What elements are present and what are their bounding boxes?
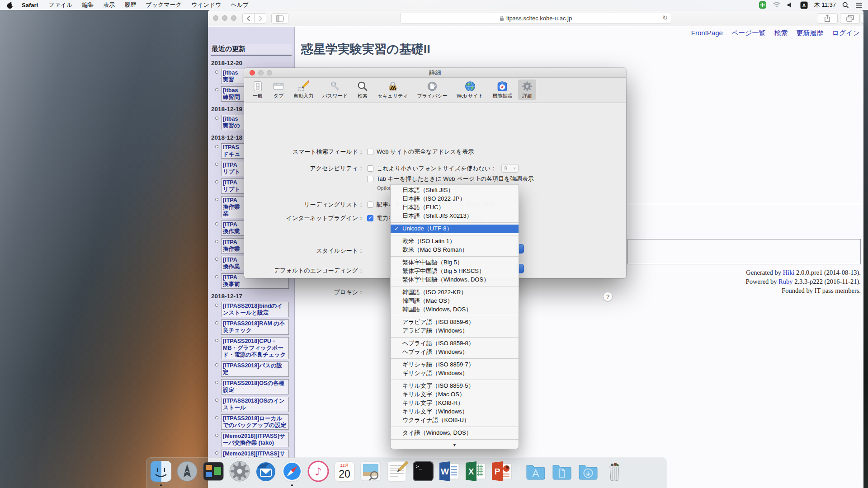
menu-edit[interactable]: 編集 [82,1,94,9]
menu-window[interactable]: ウインドウ [191,1,222,9]
dock-system-preferences-icon[interactable] [228,460,251,483]
preferences-titlebar[interactable]: 詳細 [244,68,626,78]
dock-trash-icon[interactable] [603,460,626,483]
dock-documents-folder-icon[interactable] [551,460,573,483]
encoding-menu-item[interactable]: タイ語（Windows, DOS） [391,429,519,437]
dock-finder-icon[interactable] [150,460,172,483]
spotlight-search-icon[interactable] [842,2,849,9]
minimize-window-button[interactable] [222,15,227,21]
encoding-menu-item[interactable]: キリル文字（Mac OS） [391,390,519,399]
encoding-menu-item[interactable]: キリル文字（Windows） [391,408,519,416]
encoding-menu-item[interactable]: 日本語（Shift JIS） [391,186,519,195]
dock-thunderbird-icon[interactable] [255,460,277,483]
address-bar[interactable]: itpass.scitec.kobe-u.ac.jp ↻ [400,13,671,23]
forward-button[interactable] [254,13,266,23]
wifi-icon[interactable] [773,2,781,8]
zoom-window-button[interactable] [231,15,236,21]
apple-menu-icon[interactable] [6,1,14,9]
plugins-checkbox[interactable] [367,215,373,221]
status-green-app-icon[interactable] [759,1,766,9]
dock-powerpoint-icon[interactable]: P [491,460,513,483]
dock-safari-icon[interactable] [281,460,303,483]
dock-itunes-icon[interactable]: ♪ [307,460,330,483]
encoding-menu-item[interactable]: ウクライナ語（KOI8-U） [391,416,519,425]
encoding-menu-item[interactable]: 日本語（EUC） [391,203,519,212]
close-window-button[interactable] [213,15,218,21]
menu-bar-clock[interactable]: 木 11:37 [814,1,836,9]
input-source-icon[interactable]: A [800,1,808,9]
help-button[interactable]: ? [603,292,613,301]
encoding-menu-item[interactable]: 日本語（ISO 2022-JP） [391,195,519,203]
tab-tabs[interactable]: ×+ タブ [269,80,288,100]
share-button[interactable] [817,13,838,23]
dock-excel-icon[interactable]: X [464,460,487,483]
tab-security[interactable]: セキュリティ [374,80,411,100]
min-font-size-checkbox[interactable] [367,165,373,172]
sidebar-toggle-button[interactable] [271,13,288,23]
new-tab-button[interactable] [861,13,863,23]
dock-textedit-icon[interactable] [386,460,408,483]
encoding-menu-item[interactable]: 韓国語（ISO 2022-KR） [391,288,519,297]
menu-scroll-down-indicator[interactable]: ▼ [391,441,519,448]
volume-icon[interactable] [787,2,794,8]
sidebar-link[interactable]: [ITPASS2018]RAM の不良チェック [221,319,289,335]
tab-overview-button[interactable] [840,13,860,23]
link-page-list[interactable]: ページ一覧 [731,29,766,38]
link-hiki[interactable]: Hiki [783,269,795,276]
link-frontpage[interactable]: FrontPage [691,29,723,38]
link-ruby[interactable]: Ruby [778,278,793,285]
sidebar-link[interactable]: [ITPASS2018]ローカルでのバックアップの設定 [221,414,289,430]
dock-applications-folder-icon[interactable] [524,460,547,483]
encoding-menu-item[interactable]: 欧米（Mac OS Roman） [391,246,519,254]
sidebar-link[interactable]: [ITPASS2018]OSのインストール [221,397,289,412]
back-button[interactable] [242,13,255,23]
menu-help[interactable]: ヘルプ [231,1,249,9]
link-search[interactable]: 検索 [774,29,788,38]
encoding-menu-item[interactable]: アラビア語（Windows） [391,327,519,335]
dock-mission-control-icon[interactable] [202,460,225,483]
link-login[interactable]: ログイン [832,29,860,38]
tab-search[interactable]: 検索 [354,80,372,100]
encoding-menu-item[interactable]: ギリシャ語（ISO 8859-7） [391,361,519,369]
tab-extensions[interactable]: 機能拡張 [489,80,515,100]
sidebar-link[interactable]: [Memo2018][ITPASS]サーバ交換作業 (tako) [221,432,289,447]
tab-privacy[interactable]: プライバシー [414,80,451,100]
encoding-menu-item[interactable]: キリル文字（ISO 8859-5） [391,382,519,390]
smart-search-checkbox[interactable] [367,149,373,155]
tab-passwords[interactable]: パスワード [319,80,351,100]
encoding-menu-item[interactable]: 韓国語（Mac OS） [391,297,519,305]
encoding-menu-item[interactable]: 欧米（ISO Latin 1） [391,237,519,246]
reload-icon[interactable]: ↻ [662,14,668,21]
encoding-menu-item[interactable]: 繁体字中国語（Windows, DOS） [391,276,519,284]
menu-file[interactable]: ファイル [48,1,72,9]
menu-safari[interactable]: Safari [22,2,38,9]
link-history[interactable]: 更新履歴 [797,29,824,38]
tab-autofill[interactable]: 自動入力 [290,80,316,100]
encoding-menu-item[interactable]: 日本語（Shift JIS X0213） [391,212,519,221]
reading-list-checkbox[interactable] [367,202,373,208]
tab-highlight-checkbox[interactable] [367,176,373,182]
menu-view[interactable]: 表示 [103,1,115,9]
encoding-menu-item[interactable]: ヘブライ語（ISO 8859-8） [391,339,519,348]
menu-bookmarks[interactable]: ブックマーク [146,1,182,9]
encoding-menu-item[interactable]: アラビア語（ISO 8859-6） [391,318,519,327]
sidebar-link[interactable]: [ITPASS2018]CPU・MB・グラフィックボード・電源の不良チェック [221,337,289,359]
notification-center-icon[interactable] [855,2,863,8]
dock-launchpad-icon[interactable] [176,460,198,483]
encoding-menu-item[interactable]: 繁体字中国語（Big 5） [391,258,519,267]
encoding-menu-item[interactable]: キリル文字（KOI8-R） [391,399,519,408]
dock-terminal-icon[interactable]: >_ [412,460,434,483]
tab-websites[interactable]: Web サイト [453,80,486,100]
sidebar-link[interactable]: [ITPASS2018]bindのインストールと設定 [221,302,289,317]
dock-calendar-icon[interactable]: 12月20 [333,460,356,483]
encoding-menu-item[interactable]: ギリシャ語（Windows） [391,369,519,378]
zoom-button[interactable] [267,70,272,75]
dock-word-icon[interactable]: W [438,460,461,483]
encoding-menu-item[interactable]: 繁体字中国語（Big 5 HKSCS） [391,267,519,276]
encoding-menu-item[interactable]: 韓国語（Windows, DOS） [391,305,519,314]
dock-preview-icon[interactable] [359,460,382,483]
sidebar-link[interactable]: [ITPASS2018]OSの各種設定 [221,379,289,394]
close-button[interactable] [250,70,255,75]
dock-downloads-folder-icon[interactable] [577,460,599,483]
tab-general[interactable]: 一般 [249,80,267,100]
